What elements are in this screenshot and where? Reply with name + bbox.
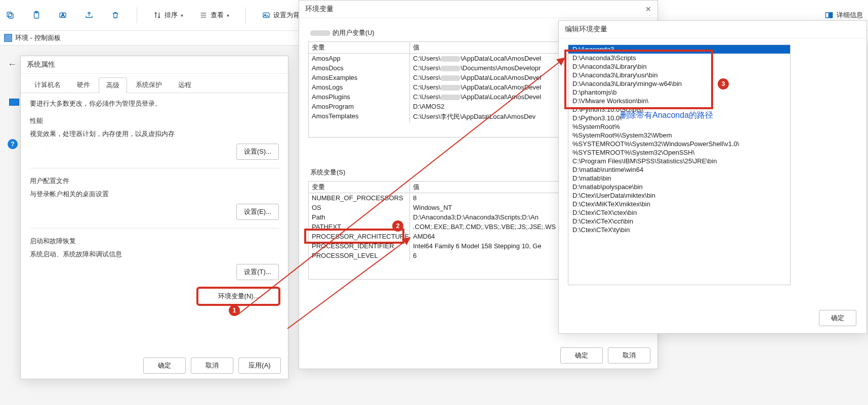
close-icon[interactable]: ✕ [645,5,651,13]
tab-2[interactable]: 高级 [99,77,127,93]
perf-settings-button[interactable]: 设置(S)... [236,144,279,160]
list-item[interactable]: D:\Ctex\CTeX\ctex\bin [568,208,790,217]
list-item[interactable]: D:\Ctex\CTeX\cct\bin [568,217,790,226]
share-icon[interactable] [84,10,94,20]
cancel-button[interactable]: 取消 [608,347,650,364]
apply-button[interactable]: 应用(A) [238,357,281,374]
view-label: 查看 [211,11,224,20]
list-item[interactable]: %SystemRoot%\System32\Wbem [568,131,790,140]
system-properties-dialog: 系统属性 计算机名硬件高级系统保护远程 要进行大多数更改，你必须作为管理员登录。… [20,56,288,379]
set-background-menu[interactable]: 设置为背 [262,11,300,20]
list-item[interactable]: D:\Ctex\UserData\miktex\bin [568,191,790,200]
list-item[interactable]: C:\Program Files\IBM\SPSS\Statistics\25\… [568,157,790,165]
tab-3[interactable]: 系统保护 [128,77,170,93]
perf-title: 性能 [30,116,279,125]
annotation-step-2: 2 [392,220,403,232]
profile-title: 用户配置文件 [30,176,279,186]
list-item[interactable]: D:\Ctex\MiKTeX\miktex\bin [568,200,790,208]
tab-0[interactable]: 计算机名 [27,77,68,93]
ok-button[interactable]: 确定 [819,310,856,326]
dialog-title: 编辑环境变量 [565,25,607,34]
paste-icon[interactable] [31,10,42,20]
admin-note: 要进行大多数更改，你必须作为管理员登录。 [30,99,279,108]
profile-desc: 与登录帐户相关的桌面设置 [30,190,279,199]
back-arrow-icon[interactable]: ← [8,59,17,70]
list-item[interactable]: D:\matlab\bin [568,174,790,183]
window-title: 环境 - 控制面板 [15,33,61,42]
list-item[interactable]: %SYSTEMROOT%\System32\WindowsPowerShell\… [568,140,790,148]
list-item[interactable]: %SYSTEMROOT%\System32\OpenSSH\ [568,148,790,157]
cancel-button[interactable]: 取消 [191,357,233,374]
tab-1[interactable]: 硬件 [69,77,98,93]
startup-desc: 系统启动、系统故障和调试信息 [30,250,279,259]
chevron-down-icon: ▾ [181,13,183,18]
annotation-delete-note: 删除带有Anaconda的路径 [620,110,713,121]
path-row-highlight [306,230,403,242]
svg-text:A: A [61,12,65,18]
col-variable: 变量 [309,182,410,193]
details-toggle[interactable]: 详细信息 [824,11,863,20]
redacted-username [310,30,330,36]
ok-button[interactable]: 确定 [143,357,186,374]
settings-icon [4,34,12,42]
svg-rect-0 [9,14,13,18]
setbg-label: 设置为背 [273,11,300,20]
list-item[interactable]: %SystemRoot% [568,122,790,131]
col-variable: 变量 [309,42,410,53]
environment-variables-button[interactable]: 环境变量(N)... [198,288,279,304]
tabs: 计算机名硬件高级系统保护远程 [21,77,288,93]
toolbar-separator [137,7,137,23]
annotation-step-3: 3 [718,78,729,89]
list-item[interactable]: D:\matlab\runtime\win64 [568,165,790,174]
details-label: 详细信息 [837,11,863,20]
perf-desc: 视觉效果，处理器计划，内存使用，以及虚拟内存 [30,129,279,139]
sort-menu[interactable]: 排序▾ [153,11,183,20]
dialog-title: 环境变量 [305,5,334,14]
toolbar-separator [245,7,246,23]
delete-icon[interactable] [110,10,120,20]
svg-rect-1 [7,12,12,17]
view-menu[interactable]: 查看▾ [199,11,229,20]
user-vars-label: 的用户变量(U) [333,29,375,36]
tab-4[interactable]: 远程 [171,77,199,93]
anaconda-paths-highlight [566,51,712,108]
ok-button[interactable]: 确定 [560,347,603,364]
sort-label: 排序 [164,11,178,20]
copy-icon[interactable] [5,10,15,20]
help-icon[interactable]: ? [8,139,18,149]
startup-settings-button[interactable]: 设置(T)... [236,264,279,280]
svg-rect-9 [830,13,833,18]
svg-rect-8 [825,13,829,18]
list-item[interactable]: D:\matlab\polyspace\bin [568,183,790,191]
startup-title: 启动和故障恢复 [30,237,279,246]
rename-icon[interactable]: A [58,10,68,20]
annotation-step-1: 1 [229,305,240,316]
profile-settings-button[interactable]: 设置(E)... [236,204,279,220]
dialog-title: 系统属性 [27,60,55,69]
monitor-icon [9,99,19,106]
list-item[interactable]: D:\Ctex\CTeX\ty\bin [568,226,790,234]
chevron-down-icon: ▾ [227,13,229,18]
